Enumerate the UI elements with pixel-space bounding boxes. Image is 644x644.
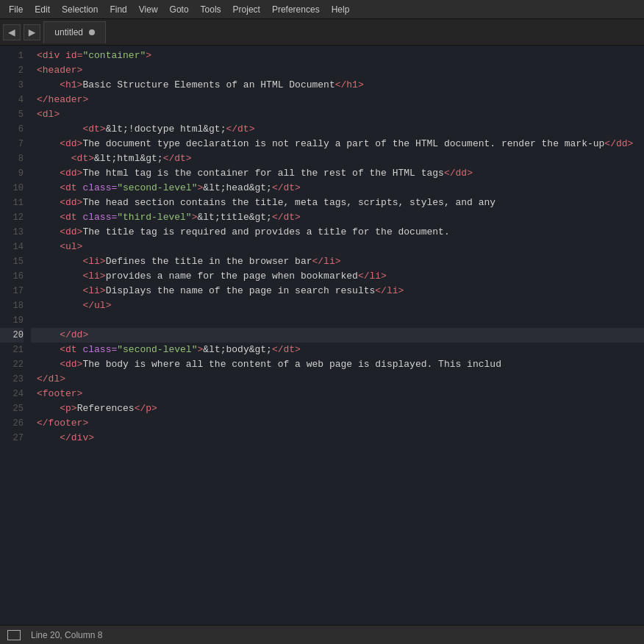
tab-modified-indicator <box>89 29 95 35</box>
tab-nav-prev[interactable]: ◀ <box>3 24 21 40</box>
code-line: <dt class="second-level">&lt;body&gt;</d… <box>31 343 644 357</box>
code-line: </header> <box>31 93 644 107</box>
code-line: <dt>&lt;!doctype html&gt;</dt> <box>31 122 644 137</box>
code-line: <dt class="third-level">&lt;title&gt;</d… <box>31 210 644 225</box>
menu-tools[interactable]: Tools <box>195 3 227 16</box>
code-line: <dt class="second-level">&lt;head&gt;</d… <box>31 181 644 196</box>
code-line: <dl> <box>31 107 644 122</box>
line-number: 25 <box>0 401 24 416</box>
line-number: 23 <box>0 372 24 387</box>
menu-goto[interactable]: Goto <box>164 3 195 16</box>
line-number: 7 <box>0 137 24 151</box>
code-line: <div id="container"> <box>31 49 644 63</box>
code-line: <header> <box>31 63 644 78</box>
tab-nav-next[interactable]: ▶ <box>24 24 41 40</box>
line-number: 12 <box>0 210 24 225</box>
code-line: <p>References</p> <box>31 401 644 416</box>
menu-preferences[interactable]: Preferences <box>266 3 326 16</box>
tab-untitled[interactable]: untitled <box>43 21 106 43</box>
menu-view[interactable]: View <box>133 3 164 16</box>
line-number: 20 <box>0 328 24 343</box>
code-line: <h1>Basic Structure Elements of an HTML … <box>31 78 644 93</box>
line-number: 19 <box>0 313 24 328</box>
line-number: 18 <box>0 298 24 313</box>
line-number: 4 <box>0 93 24 107</box>
code-line: <dd>The title tag is required and provid… <box>31 225 644 240</box>
terminal-icon <box>7 630 21 640</box>
line-number: 26 <box>0 416 24 431</box>
tab-title: untitled <box>54 27 83 37</box>
line-number: 8 <box>0 151 24 166</box>
code-line: <li>Displays the name of the page in sea… <box>31 284 644 298</box>
line-number: 5 <box>0 107 24 122</box>
line-number: 24 <box>0 387 24 401</box>
code-line: <li>provides a name for the page when bo… <box>31 269 644 284</box>
line-number: 11 <box>0 196 24 210</box>
code-line: <ul> <box>31 240 644 254</box>
line-number: 27 <box>0 431 24 446</box>
menu-edit[interactable]: Edit <box>29 3 56 16</box>
line-numbers: 1234567891011121314151617181920212223242… <box>0 46 31 625</box>
line-number: 2 <box>0 63 24 78</box>
line-number: 6 <box>0 122 24 137</box>
line-number: 16 <box>0 269 24 284</box>
code-line: </footer> <box>31 416 644 431</box>
line-number: 21 <box>0 343 24 357</box>
line-number: 15 <box>0 254 24 269</box>
menu-bar: File Edit Selection Find View Goto Tools… <box>0 0 644 19</box>
editor: 1234567891011121314151617181920212223242… <box>0 46 644 625</box>
code-line: <dd>The document type declaration is not… <box>31 137 644 151</box>
line-number: 9 <box>0 166 24 181</box>
line-number: 10 <box>0 181 24 196</box>
code-content[interactable]: <div id="container"><header> <h1>Basic S… <box>31 46 644 625</box>
menu-find[interactable]: Find <box>104 3 132 16</box>
code-line: <dd>The body is where all the content of… <box>31 357 644 372</box>
code-line: </dl> <box>31 372 644 387</box>
menu-project[interactable]: Project <box>227 3 266 16</box>
line-number: 22 <box>0 357 24 372</box>
line-number: 13 <box>0 225 24 240</box>
code-line <box>31 313 644 328</box>
code-line: </ul> <box>31 298 644 313</box>
code-line: </dd> <box>31 328 644 343</box>
line-number: 1 <box>0 49 24 63</box>
code-line: <li>Defines the title in the browser bar… <box>31 254 644 269</box>
tab-bar: ◀ ▶ untitled <box>0 19 644 46</box>
menu-file[interactable]: File <box>3 3 29 16</box>
menu-selection[interactable]: Selection <box>56 3 104 16</box>
menu-help[interactable]: Help <box>326 3 356 16</box>
code-line: <dd>The head section contains the title,… <box>31 196 644 210</box>
code-line: </div> <box>31 431 644 446</box>
status-bar: Line 20, Column 8 <box>0 625 644 644</box>
code-line: <dt>&lt;html&gt;</dt> <box>31 151 644 166</box>
code-line: <footer> <box>31 387 644 401</box>
line-number: 3 <box>0 78 24 93</box>
line-number: 14 <box>0 240 24 254</box>
code-line: <dd>The html tag is the container for al… <box>31 166 644 181</box>
line-number: 17 <box>0 284 24 298</box>
cursor-position: Line 20, Column 8 <box>31 630 102 640</box>
